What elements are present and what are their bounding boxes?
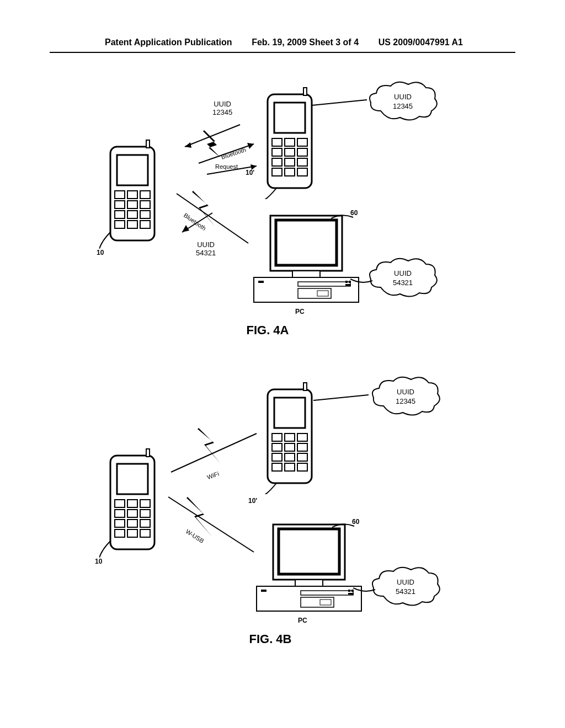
svg-line-30 [312,100,367,105]
svg-rect-11 [140,211,150,218]
svg-rect-60 [115,520,125,527]
svg-rect-86 [295,580,323,586]
connector-60 [331,213,359,224]
pc-label-b: PC [298,617,307,624]
svg-rect-91 [261,590,266,592]
svg-line-81 [313,395,369,400]
connector-c2-b [353,585,381,596]
svg-rect-59 [140,510,150,517]
svg-rect-68 [274,398,305,428]
svg-rect-55 [127,500,137,507]
svg-rect-22 [285,148,295,156]
svg-rect-17 [274,103,305,133]
svg-rect-65 [140,529,150,537]
svg-rect-27 [272,168,282,176]
cloud2-text-b: UUID 54321 [386,578,425,597]
connector-line [312,97,372,114]
svg-rect-56 [140,500,150,507]
svg-rect-13 [127,221,137,228]
svg-rect-41 [276,220,337,265]
svg-rect-53 [117,464,148,494]
svg-rect-77 [297,453,307,461]
svg-rect-75 [272,453,282,461]
svg-rect-73 [285,443,295,451]
ref-10-label-b: 10 [95,558,102,565]
svg-rect-19 [285,138,295,146]
svg-rect-42 [292,271,320,277]
svg-rect-80 [297,463,307,471]
svg-rect-5 [140,191,150,199]
svg-rect-16 [303,88,307,95]
svg-line-83 [168,497,254,552]
svg-rect-72 [272,443,282,451]
svg-rect-64 [127,529,137,537]
svg-rect-7 [127,201,137,208]
svg-rect-4 [127,191,137,199]
header-center: Feb. 19, 2009 Sheet 3 of 4 [252,38,359,47]
svg-rect-24 [272,158,282,166]
fig-4b-label: FIG. 4B [229,632,312,646]
svg-rect-71 [297,433,307,441]
svg-rect-18 [272,138,282,146]
page-header: Patent Application Publication Feb. 19, … [50,0,515,53]
svg-rect-62 [140,520,150,527]
svg-rect-78 [272,463,282,471]
pc-icon [243,210,364,309]
svg-rect-57 [115,510,125,517]
svg-rect-90 [320,599,331,605]
svg-rect-61 [127,520,137,527]
svg-rect-63 [115,529,125,537]
svg-rect-14 [140,221,150,228]
svg-rect-58 [127,510,137,517]
svg-rect-47 [258,281,264,283]
svg-rect-9 [115,211,125,218]
svg-rect-76 [285,453,295,461]
svg-rect-67 [303,383,307,390]
svg-rect-46 [317,291,328,296]
svg-rect-44 [298,282,350,286]
pc-icon-b [246,519,367,618]
svg-rect-25 [285,158,295,166]
svg-rect-69 [272,433,282,441]
svg-rect-52 [146,449,150,457]
svg-rect-54 [115,500,125,507]
svg-rect-21 [272,148,282,156]
svg-rect-74 [297,443,307,451]
phone-10-icon-b [99,445,166,560]
svg-rect-26 [297,158,307,166]
svg-rect-85 [279,529,339,574]
svg-rect-10 [127,211,137,218]
uuid-bottom-label: UUID 54321 [196,240,216,257]
svg-rect-1 [146,140,150,148]
connector-c2 [350,276,378,287]
svg-rect-29 [297,168,307,176]
svg-rect-79 [285,463,295,471]
svg-marker-32 [185,142,191,148]
request-label: Request [215,163,238,170]
svg-rect-3 [115,191,125,199]
svg-rect-70 [285,433,295,441]
svg-rect-88 [301,591,353,595]
header-right: US 2009/0047991 A1 [379,38,463,47]
cloud2-text: UUID 54321 [383,269,422,288]
cloud1-text-b: UUID 12345 [386,388,425,406]
phone-10-icon [99,136,166,251]
svg-rect-2 [117,155,148,185]
svg-rect-20 [297,138,307,146]
fig-4a-label: FIG. 4A [226,323,309,338]
ref-10-label: 10 [97,249,104,256]
connector-line-b [313,392,374,409]
svg-rect-12 [115,221,125,228]
svg-rect-92 [348,590,350,592]
svg-rect-8 [140,201,150,208]
svg-rect-23 [297,148,307,156]
svg-rect-48 [345,281,348,283]
cloud1-text: UUID 12345 [383,93,422,111]
pc-label-a: PC [295,308,305,315]
svg-line-82 [171,433,257,472]
svg-rect-6 [115,201,125,208]
header-left: Patent Application Publication [105,38,232,47]
svg-rect-28 [285,168,295,176]
ref-10p-label: 10' [246,169,254,176]
connector-60-b [332,522,360,533]
